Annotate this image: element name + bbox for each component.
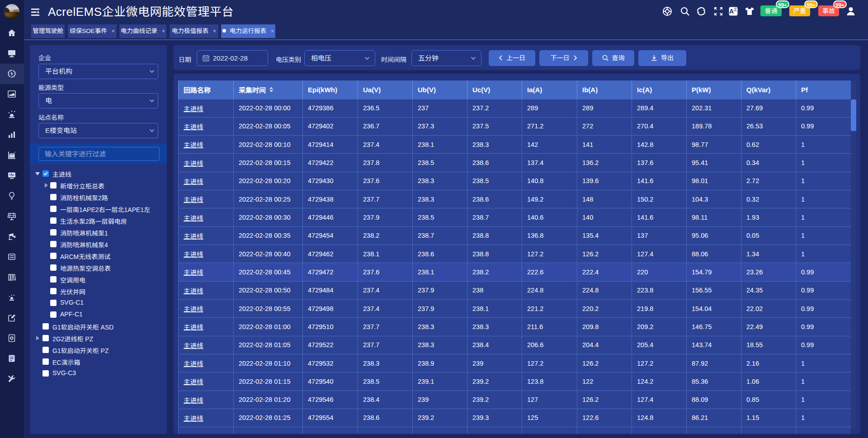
svg-text:文: 文 (733, 6, 737, 12)
